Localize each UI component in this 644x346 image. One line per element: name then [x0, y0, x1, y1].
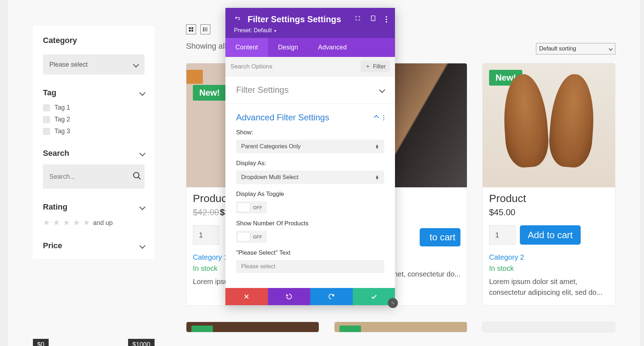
- sale-badge: [186, 70, 203, 84]
- new-badge: [340, 326, 361, 332]
- product-desc: Lorem ipsum dolor sit amet, consectetur …: [489, 276, 609, 298]
- sort-select[interactable]: Default sorting: [536, 43, 615, 54]
- tag-label: Tag 1: [54, 104, 70, 111]
- tag-heading-row[interactable]: Tag: [43, 88, 145, 97]
- svg-point-6: [203, 28, 204, 28]
- chevron-down-icon: [140, 90, 146, 96]
- chevron-down-icon: [609, 47, 613, 51]
- search-options-label[interactable]: Search Options: [230, 63, 272, 70]
- modal-tabs: Content Design Advanced: [225, 38, 395, 57]
- field-label: Display As:: [236, 160, 384, 167]
- category-link[interactable]: Category 2: [489, 253, 524, 261]
- qty-input[interactable]: 1: [489, 225, 516, 245]
- product-card: [334, 322, 467, 332]
- section-title: Advanced Filter Settings: [236, 112, 329, 122]
- add-to-cart-button[interactable]: Add to cart: [520, 225, 581, 245]
- back-icon[interactable]: [234, 15, 240, 23]
- chevron-down-icon: [140, 243, 146, 249]
- tag-label: Tag 2: [54, 116, 70, 123]
- add-to-cart-button[interactable]: d to cart: [420, 228, 460, 246]
- tab-content[interactable]: Content: [225, 38, 268, 57]
- rating-stars[interactable]: ★ ★ ★ ★ ★ and up: [43, 218, 145, 227]
- field-label: Show:: [236, 129, 384, 136]
- star-icon: ★: [43, 218, 50, 227]
- sort-value: Default sorting: [539, 45, 576, 52]
- category-select[interactable]: Please select: [43, 54, 145, 75]
- toggle-knob: [237, 232, 250, 241]
- modal-header: Filter Settings Settings Preset: Default…: [225, 8, 395, 38]
- more-icon[interactable]: [386, 16, 387, 23]
- display-toggle[interactable]: OFF: [236, 201, 267, 213]
- price-heading-row[interactable]: Price: [43, 241, 145, 250]
- product-grid-row-2: [186, 322, 615, 332]
- tag-item[interactable]: Tag 1: [43, 104, 145, 111]
- modal-title: Filter Settings Settings: [248, 14, 341, 24]
- stock-status: In stock: [489, 264, 609, 273]
- field-label: Show Number Of Products: [236, 220, 384, 227]
- search-heading-row[interactable]: Search: [43, 149, 145, 158]
- product-name: Product: [489, 192, 609, 205]
- undo-button[interactable]: [268, 288, 311, 305]
- svg-rect-2: [189, 27, 191, 29]
- checkbox-icon[interactable]: [43, 104, 50, 111]
- preset-label[interactable]: Preset: Default ▼: [234, 27, 386, 34]
- svg-point-0: [133, 172, 139, 178]
- search-heading: Search: [43, 149, 69, 158]
- chevron-down-icon: [140, 150, 146, 157]
- more-icon[interactable]: [383, 115, 384, 120]
- product-card: New! Product $45.00 1 Add to cart Catego…: [482, 63, 615, 306]
- star-icon: ★: [53, 218, 60, 227]
- rating-heading-row[interactable]: Rating: [43, 202, 145, 212]
- toggle-value: OFF: [253, 234, 266, 240]
- tag-item[interactable]: Tag 2: [43, 116, 145, 123]
- modal-search-row: Search Options ＋ Filter: [225, 57, 395, 76]
- list-view-button[interactable]: [200, 24, 210, 34]
- svg-rect-3: [191, 27, 193, 29]
- filter-settings-section[interactable]: Filter Settings: [225, 76, 395, 104]
- svg-rect-5: [191, 30, 193, 32]
- tag-item[interactable]: Tag 3: [43, 128, 145, 135]
- qty-input[interactable]: 1: [193, 225, 219, 245]
- select-caret-icon: ▲▼: [375, 144, 379, 149]
- cancel-button[interactable]: [225, 288, 268, 305]
- tag-label: Tag 3: [54, 128, 70, 135]
- filter-sidebar: Category Please select Tag Tag 1 Tag 2 T…: [33, 26, 155, 259]
- star-icon: ★: [73, 218, 80, 227]
- field-label: "Please Select" Text: [236, 249, 384, 256]
- tab-advanced[interactable]: Advanced: [308, 38, 357, 57]
- checkbox-icon[interactable]: [43, 128, 50, 135]
- product-price: $45.00: [489, 207, 515, 217]
- responsive-icon[interactable]: [370, 15, 376, 23]
- field-label: Display As Toggle: [236, 191, 384, 198]
- please-select-input[interactable]: [236, 260, 384, 273]
- advanced-filter-settings-section: Advanced Filter Settings Show: Parent Ca…: [225, 104, 395, 288]
- price-range: $0 $1000: [33, 339, 155, 346]
- expand-icon[interactable]: [355, 15, 361, 23]
- view-controls: [186, 24, 210, 34]
- show-select[interactable]: Parent Categories Only ▲▼: [236, 140, 384, 153]
- add-filter-button[interactable]: ＋ Filter: [361, 61, 390, 72]
- svg-point-10: [203, 30, 204, 31]
- new-badge: New!: [193, 85, 226, 101]
- star-icon: ★: [83, 218, 90, 227]
- checkbox-icon[interactable]: [43, 116, 50, 123]
- modal-action-bar: [225, 288, 395, 305]
- toggle-knob: [237, 203, 250, 212]
- price-min-badge[interactable]: $0: [33, 339, 49, 346]
- show-number-toggle[interactable]: OFF: [236, 231, 267, 243]
- search-input[interactable]: [49, 173, 132, 181]
- svg-rect-4: [189, 30, 191, 32]
- category-heading: Category: [43, 36, 145, 45]
- search-icon[interactable]: [132, 171, 142, 182]
- rating-heading: Rating: [43, 202, 67, 212]
- display-as-select[interactable]: Dropdown Multi Select ▲▼: [236, 170, 384, 184]
- section-header[interactable]: Advanced Filter Settings: [236, 112, 384, 122]
- resize-handle[interactable]: ⤡: [388, 298, 398, 308]
- tab-design[interactable]: Design: [268, 38, 308, 57]
- redo-button[interactable]: [310, 288, 353, 305]
- price-max-badge[interactable]: $1000: [128, 339, 155, 346]
- category-link[interactable]: Category 1: [193, 253, 228, 261]
- grid-view-button[interactable]: [186, 24, 196, 34]
- product-image: New!: [483, 63, 615, 187]
- chevron-down-icon: [379, 87, 385, 93]
